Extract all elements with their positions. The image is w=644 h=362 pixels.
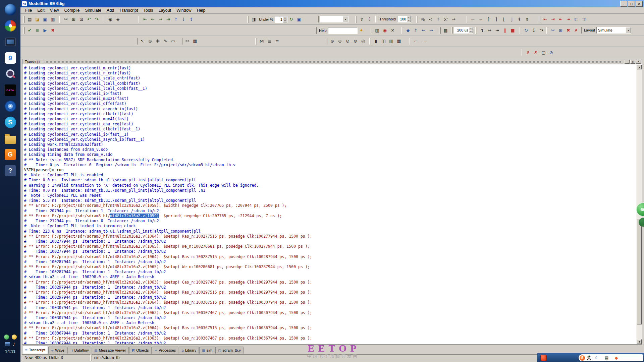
single-pane-button[interactable]: ▮ [372, 38, 380, 45]
tab-wave[interactable]: ∿Wave [48, 347, 67, 354]
run-all-button[interactable]: ↠ [493, 27, 501, 34]
remove-breakpoint-button[interactable]: ¬ [477, 16, 485, 23]
break-button[interactable]: ✖ [49, 27, 57, 34]
insert-breakpoint-button[interactable]: ⌐ [469, 16, 477, 23]
go-prev-button[interactable]: ← [149, 16, 157, 23]
doc-button[interactable]: ▢ [540, 49, 547, 56]
cut-button[interactable]: ✂ [62, 16, 70, 23]
step-over-button[interactable]: ↷ [538, 27, 545, 34]
back-button[interactable]: ← [420, 27, 427, 34]
tab-message-viewer[interactable]: ▤Message Viewer [92, 347, 129, 354]
open-button[interactable]: ◪ [34, 16, 41, 23]
clear-search-button[interactable]: ✕ [389, 27, 396, 34]
wave-delete-button[interactable]: ✖ [565, 27, 572, 34]
tab-objects[interactable]: ◩Objects [129, 347, 152, 354]
app-9-icon[interactable]: 9 [4, 52, 17, 64]
zoom-full-button[interactable]: ⊙ [344, 38, 352, 45]
docs-button[interactable]: ▥ [373, 27, 381, 34]
right-edge-button[interactable]: ¬ [420, 38, 428, 45]
taskbar-app-icon[interactable] [540, 355, 547, 361]
lock-mode-button[interactable]: ▭ [169, 38, 177, 45]
close-button[interactable]: ✕ [636, 1, 643, 7]
run-button[interactable]: ↴ [478, 27, 486, 34]
profile-refresh-button[interactable]: ↻ [287, 16, 295, 23]
bracket-open-button[interactable]: ⌈ [485, 16, 492, 23]
select-mode-button[interactable]: ↖ [139, 38, 146, 45]
compile-button[interactable]: ✔ [26, 27, 34, 34]
search-icon[interactable] [4, 68, 17, 80]
toolbox-icon[interactable]: ◆ [612, 354, 620, 361]
zoom-out-button[interactable]: ⊖ [336, 38, 344, 45]
sort-ascending-button[interactable]: ⇧ [358, 16, 366, 23]
page-up-button[interactable]: ⇞ [516, 16, 523, 23]
copy-button[interactable]: ⊞ [70, 16, 77, 23]
keyboard-icon[interactable]: ▦ [603, 354, 610, 361]
grid-pane-button[interactable]: ▦ [395, 38, 403, 45]
combine-signals-button[interactable]: ⋈ [258, 38, 266, 45]
scrollbar-thumb[interactable] [637, 218, 642, 324]
multi-pane-button[interactable]: ▥ [387, 38, 395, 45]
run-length-input[interactable] [454, 27, 469, 33]
scroll-up-icon[interactable]: ▲ [637, 65, 642, 69]
memory-grid-button[interactable]: ▦ [442, 27, 449, 34]
expand-collapse-button[interactable]: ↕ [187, 16, 195, 23]
move-up-button[interactable]: ↑ [172, 16, 180, 23]
restore-button[interactable]: □ [628, 1, 635, 7]
stop-button[interactable]: ■ [509, 27, 517, 34]
simulate-button[interactable]: ▶ [41, 27, 49, 34]
floor-close-button[interactable]: ⌋ [508, 16, 516, 23]
wave-scissors-button[interactable]: ✄ [183, 38, 191, 45]
tab-sim[interactable]: ▦sim [199, 347, 215, 354]
pan-mode-button[interactable]: ✚ [154, 38, 162, 45]
status-yellow-icon[interactable] [12, 335, 17, 340]
go-first-button[interactable]: ⇤ [141, 16, 149, 23]
speaker-icon[interactable]: ♪ [13, 342, 15, 347]
tab-dataflow[interactable]: ⇉Dataflow [67, 347, 91, 354]
go-next-button[interactable]: → [157, 16, 164, 23]
status-green-icon[interactable] [4, 335, 9, 340]
less-than-button[interactable]: < [427, 16, 434, 23]
next-edge-button[interactable]: ↠ [565, 16, 572, 23]
menu-add[interactable]: Add [104, 8, 117, 13]
redo-button[interactable]: ↷ [93, 16, 101, 23]
profile-save-button[interactable]: ▣ [295, 16, 303, 23]
print-button[interactable]: ▥ [49, 16, 57, 23]
percent-button[interactable]: % [419, 16, 427, 23]
tab-transcript[interactable]: ≣Transcript [22, 346, 48, 354]
title-bar[interactable]: M ModelSim SE 6.5g –□✕ [20, 0, 644, 7]
wave-copy-button[interactable]: ⊞ [557, 27, 565, 34]
under-spin-buttons[interactable]: ▲▼ [283, 16, 287, 22]
edit-mode-button[interactable]: ✎ [162, 38, 169, 45]
prev-falling-button[interactable]: ⇇ [572, 16, 580, 23]
tab-processes[interactable]: ≡Processes [152, 347, 179, 354]
paste-button[interactable]: ⊡ [77, 16, 85, 23]
cancel-left-button[interactable]: ✗ [524, 49, 532, 56]
menu-simulate[interactable]: Simulate [82, 8, 104, 13]
window-switch-icon[interactable] [5, 342, 10, 346]
dock-pane-button[interactable]: – [625, 60, 630, 64]
menu-compile[interactable]: Compile [62, 8, 83, 13]
browser-icon[interactable] [4, 3, 17, 16]
move-down-button[interactable]: ↓ [180, 16, 187, 23]
wave-clear-button[interactable]: ✗ [572, 27, 580, 34]
menu-tools[interactable]: Tools [141, 8, 156, 13]
data-app-icon[interactable]: DATA [4, 84, 17, 97]
floor-open-button[interactable]: ⌊ [500, 16, 508, 23]
ime-mode-indicator[interactable]: 英 [587, 355, 591, 361]
find-in-files-button[interactable]: ◈ [114, 16, 122, 23]
continue-run-button[interactable]: ↦ [486, 27, 493, 34]
moon-icon[interactable]: ☾ [593, 354, 601, 361]
pane-drag-handle[interactable] [44, 61, 621, 63]
folder-icon[interactable] [4, 132, 17, 145]
language-help-button[interactable]: ✦ [358, 27, 365, 34]
menu-file[interactable]: File [22, 8, 35, 13]
restart-button[interactable]: ↻ [522, 27, 530, 34]
minimize-button[interactable]: – [620, 1, 627, 7]
tab-library[interactable]: ⌂Library [179, 347, 199, 354]
group-signals-button[interactable]: ≣ [266, 38, 273, 45]
transcript-console[interactable]: # Loading cycloneii_ver.cycloneii_m_cntr… [23, 65, 637, 344]
cancel-right-button[interactable]: ✗ [532, 49, 540, 56]
search-highlight-button[interactable]: ◉ [381, 27, 389, 34]
ungroup-signals-button[interactable]: ≡ [273, 38, 281, 45]
threshold-value-input[interactable] [397, 16, 407, 22]
